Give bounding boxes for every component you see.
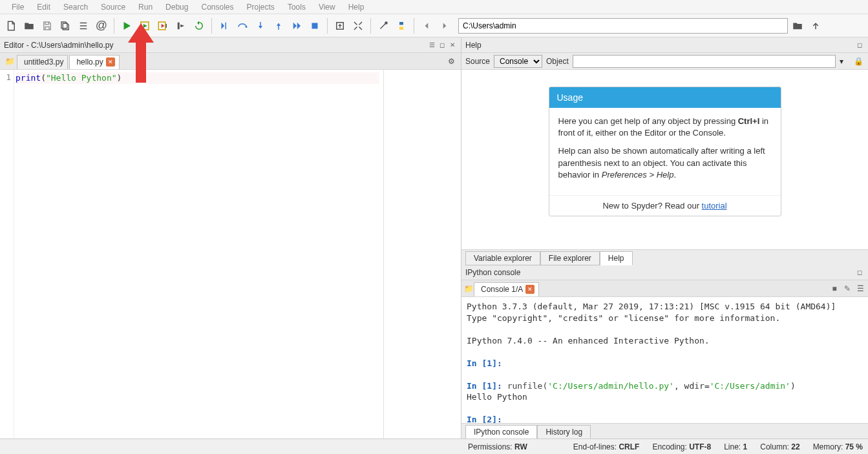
preferences-icon[interactable] xyxy=(375,17,392,34)
help-subtabs: Variable explorer File explorer Help xyxy=(461,249,868,265)
toolbar-separator xyxy=(211,18,212,34)
toolbar-separator xyxy=(114,18,114,34)
import-icon[interactable] xyxy=(332,17,348,34)
object-input[interactable] xyxy=(573,55,836,68)
nav-back-icon[interactable] xyxy=(418,17,435,34)
console-subtabs: IPython console History log xyxy=(461,423,868,439)
menu-projects[interactable]: Projects xyxy=(240,1,281,13)
run-selection-icon[interactable] xyxy=(173,17,189,34)
menu-view[interactable]: View xyxy=(312,1,342,13)
nav-forward-icon[interactable] xyxy=(436,17,453,34)
menu-tools[interactable]: Tools xyxy=(281,1,312,13)
pane-undock-icon[interactable]: ◻ xyxy=(855,41,864,50)
menu-file[interactable]: File xyxy=(5,1,30,13)
statusbar: Permissions: RW End-of-lines: CRLF Encod… xyxy=(0,439,868,454)
lock-icon[interactable]: 🔒 xyxy=(854,57,864,66)
debug-step-over-icon[interactable] xyxy=(234,17,251,34)
new-file-icon[interactable] xyxy=(3,17,19,34)
dropdown-icon[interactable]: ▾ xyxy=(840,57,850,66)
status-permissions: Permissions: RW xyxy=(468,442,527,451)
console-output[interactable]: Python 3.7.3 (default, Mar 27 2019, 17:1… xyxy=(461,297,868,423)
debug-stop-icon[interactable] xyxy=(306,17,323,34)
open-file-icon[interactable] xyxy=(21,17,37,34)
working-dir-input[interactable] xyxy=(458,18,788,34)
help-title: Help xyxy=(465,41,855,50)
object-label: Object xyxy=(546,57,569,66)
menu-debug[interactable]: Debug xyxy=(159,1,195,13)
menu-help[interactable]: Help xyxy=(342,1,371,13)
browse-dir-icon[interactable] xyxy=(789,17,806,34)
console-title: IPython console xyxy=(465,268,855,277)
tab-variable-explorer[interactable]: Variable explorer xyxy=(465,251,540,265)
rerun-icon[interactable] xyxy=(191,17,207,34)
tutorial-link[interactable]: tutorial xyxy=(702,201,727,211)
toolbar-separator xyxy=(327,18,328,34)
toolbar-separator xyxy=(414,18,414,34)
pane-undock-icon[interactable]: ◻ xyxy=(855,268,864,277)
menu-run[interactable]: Run xyxy=(132,1,159,13)
tab-history-log[interactable]: History log xyxy=(537,425,591,439)
help-toolbar: Source Console Object ▾ 🔒 xyxy=(461,53,868,70)
tab-file-explorer[interactable]: File explorer xyxy=(540,251,600,265)
tab-label: hello.py xyxy=(76,57,103,67)
browse-console-icon[interactable]: 📁 xyxy=(464,284,474,293)
stop-kernel-icon[interactable]: ■ xyxy=(829,284,840,294)
parent-dir-icon[interactable] xyxy=(807,17,824,34)
menu-source[interactable]: Source xyxy=(94,1,132,13)
tab-ipython-console[interactable]: IPython console xyxy=(465,425,537,439)
debug-step-in-icon[interactable] xyxy=(252,17,269,34)
run-cell-icon[interactable] xyxy=(136,17,153,34)
help-footer: New to Spyder? Read our tutorial xyxy=(549,195,781,216)
status-memory: Memory: 75 % xyxy=(813,442,863,451)
console-options-icon[interactable]: ☰ xyxy=(855,284,865,294)
status-column: Column: 22 xyxy=(760,442,799,451)
editor-tab-hello[interactable]: hello.py ✕ xyxy=(69,55,119,69)
menu-consoles[interactable]: Consoles xyxy=(195,1,240,13)
source-label: Source xyxy=(465,57,490,66)
browse-tabs-icon[interactable]: 📁 xyxy=(3,54,17,68)
save-all-icon[interactable] xyxy=(57,17,74,34)
menubar: File Edit Search Source Run Debug Consol… xyxy=(0,0,868,14)
code-editor[interactable]: 1 print("Hello Python") xyxy=(0,70,461,439)
save-icon[interactable] xyxy=(39,17,56,34)
close-console-icon[interactable]: ✕ xyxy=(525,285,535,294)
pane-close-icon[interactable]: ✕ xyxy=(448,41,457,50)
pane-undock-icon[interactable]: ◻ xyxy=(438,41,447,50)
line-gutter: 1 xyxy=(0,70,14,439)
svg-rect-3 xyxy=(312,23,318,28)
tab-label: untitled3.py xyxy=(24,57,63,67)
help-body: Usage Here you can get help of any objec… xyxy=(461,70,868,249)
console-tabs: 📁 Console 1/A ✕ ■ ✎ ☰ xyxy=(461,280,868,297)
debug-step-icon[interactable] xyxy=(216,17,233,34)
console-tab-label: Console 1/A xyxy=(481,285,523,294)
editor-pane: Editor - C:\Users\admin\hello.py ☰ ◻ ✕ 📁… xyxy=(0,37,461,439)
menu-search[interactable]: Search xyxy=(57,1,94,13)
debug-step-out-icon[interactable] xyxy=(270,17,287,34)
editor-split-view xyxy=(383,70,461,439)
working-dir-field[interactable] xyxy=(458,18,788,34)
run-icon[interactable] xyxy=(118,17,135,34)
editor-tab-untitled3[interactable]: untitled3.py xyxy=(17,55,68,69)
editor-title: Editor - C:\Users\admin\hello.py xyxy=(4,41,427,50)
menu-edit[interactable]: Edit xyxy=(30,1,57,13)
pane-options-icon[interactable]: ☰ xyxy=(427,41,436,50)
source-select[interactable]: Console xyxy=(494,55,542,68)
python-path-icon[interactable] xyxy=(393,17,410,34)
console-tab-1a[interactable]: Console 1/A ✕ xyxy=(474,282,539,296)
editor-options-icon[interactable]: ⚙ xyxy=(444,54,458,68)
tab-help[interactable]: Help xyxy=(600,251,633,265)
list-icon[interactable] xyxy=(75,17,92,34)
help-card-title: Usage xyxy=(549,87,781,108)
debug-continue-icon[interactable] xyxy=(288,17,305,34)
help-text-2: Help can also be shown automatically aft… xyxy=(558,145,772,181)
toolbar: @ xyxy=(0,14,868,37)
close-tab-icon[interactable]: ✕ xyxy=(106,57,115,67)
run-cell-advance-icon[interactable] xyxy=(154,17,171,34)
at-icon[interactable]: @ xyxy=(93,17,110,34)
status-line: Line: 1 xyxy=(724,442,747,451)
clear-console-icon[interactable]: ✎ xyxy=(842,284,852,294)
editor-header: Editor - C:\Users\admin\hello.py ☰ ◻ ✕ xyxy=(0,37,461,53)
maximize-icon[interactable] xyxy=(350,17,366,34)
svg-point-5 xyxy=(385,21,388,25)
svg-point-2 xyxy=(246,26,248,28)
